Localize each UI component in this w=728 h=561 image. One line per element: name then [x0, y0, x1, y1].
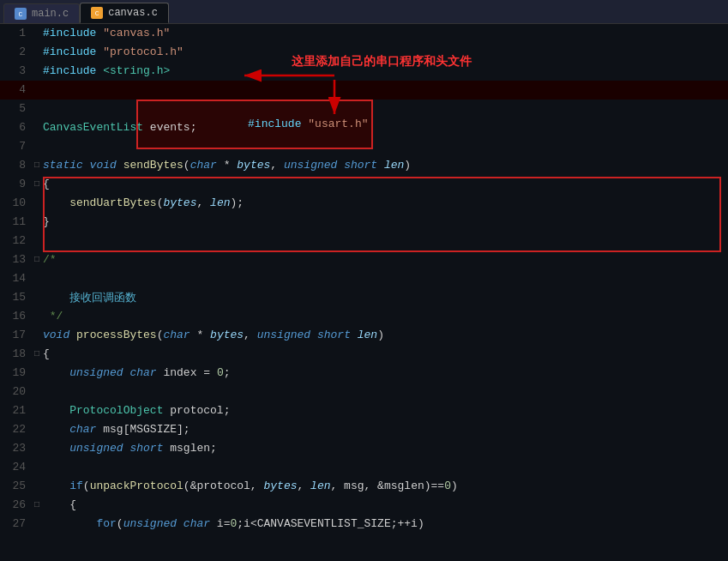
code-25: if(unpackProtocol(&protocol, bytes, len,…: [43, 477, 728, 496]
cc-27: [31, 515, 43, 534]
ln-26: 26: [0, 496, 31, 515]
code-16: */: [43, 307, 728, 326]
cc-5: [31, 100, 43, 118]
cc-11: [31, 213, 43, 232]
ln-1: 1: [0, 24, 31, 43]
line-9: 9 □ {: [0, 175, 728, 194]
ln-13: 13: [0, 250, 31, 269]
cc-17: [31, 326, 43, 345]
ln-20: 20: [0, 383, 31, 401]
line-6: 6 CanvasEventList events;: [0, 118, 728, 137]
code-20: [43, 383, 728, 401]
tab-main-c[interactable]: C main.c: [3, 3, 80, 23]
ln-10: 10: [0, 194, 31, 213]
code-21: ProtocolObject protocol;: [43, 401, 728, 420]
code-4: #include "usart.h": [43, 81, 728, 100]
line-10: 10 sendUartBytes(bytes, len);: [0, 194, 728, 213]
cc-21: [31, 401, 43, 420]
code-15: 接收回调函数: [43, 288, 728, 307]
code-10: sendUartBytes(bytes, len);: [43, 194, 728, 213]
code-7: [43, 137, 728, 156]
ln-19: 19: [0, 364, 31, 383]
cc-9[interactable]: □: [31, 175, 43, 194]
tab-canvas-c[interactable]: C canvas.c: [80, 3, 169, 23]
cc-15: [31, 288, 43, 307]
line-14: 14: [0, 269, 728, 288]
cc-8[interactable]: □: [31, 156, 43, 175]
ln-9: 9: [0, 175, 31, 194]
line-5: 5: [0, 100, 728, 118]
ln-2: 2: [0, 43, 31, 62]
ln-17: 17: [0, 326, 31, 345]
ln-23: 23: [0, 439, 31, 458]
line-25: 25 if(unpackProtocol(&protocol, bytes, l…: [0, 477, 728, 496]
code-22: char msg[MSGSIZE];: [43, 420, 728, 439]
ln-15: 15: [0, 288, 31, 307]
ln-22: 22: [0, 420, 31, 439]
cc-2: [31, 43, 43, 62]
cc-24: [31, 458, 43, 477]
tab-label-canvas: canvas.c: [108, 7, 158, 19]
cc-4: [31, 81, 43, 100]
code-11: }: [43, 213, 728, 232]
ln-3: 3: [0, 62, 31, 81]
cc-20: [31, 383, 43, 401]
code-23: unsigned short msglen;: [43, 439, 728, 458]
ln-21: 21: [0, 401, 31, 420]
line-11: 11 }: [0, 213, 728, 232]
code-14: [43, 269, 728, 288]
cc-23: [31, 439, 43, 458]
tab-icon-canvas: C: [91, 7, 103, 19]
line-19: 19 unsigned char index = 0;: [0, 364, 728, 383]
line-3: 3 #include <string.h>: [0, 62, 728, 81]
ln-14: 14: [0, 269, 31, 288]
code-5: [43, 100, 728, 118]
code-8: static void sendBytes(char * bytes, unsi…: [43, 156, 728, 175]
tab-bar: C main.c C canvas.c: [0, 0, 728, 24]
code-13: /*: [43, 250, 728, 269]
line-7: 7: [0, 137, 728, 156]
cc-18[interactable]: □: [31, 345, 43, 364]
ln-6: 6: [0, 118, 31, 137]
cc-1: [31, 24, 43, 43]
code-12: [43, 232, 728, 250]
ln-11: 11: [0, 213, 31, 232]
line-22: 22 char msg[MSGSIZE];: [0, 420, 728, 439]
line-17: 17 void processBytes(char * bytes, unsig…: [0, 326, 728, 345]
ln-25: 25: [0, 477, 31, 496]
cc-10: [31, 194, 43, 213]
ln-8: 8: [0, 156, 31, 175]
cc-6: [31, 118, 43, 137]
cc-26[interactable]: □: [31, 496, 43, 515]
code-18: {: [43, 345, 728, 364]
cc-16: [31, 307, 43, 326]
ln-18: 18: [0, 345, 31, 364]
code-6: CanvasEventList events;: [43, 118, 728, 137]
line-20: 20: [0, 383, 728, 401]
cc-12: [31, 232, 43, 250]
code-area: 这里添加自己的串口程序和头文件 1 #include "canvas.h" 2: [0, 24, 728, 561]
line-27: 27 for(unsigned char i=0;i<CANVASEVENTLI…: [0, 515, 728, 534]
code-2: #include "protocol.h": [43, 43, 728, 62]
code-26: {: [43, 496, 728, 515]
line-15: 15 接收回调函数: [0, 288, 728, 307]
line-8: 8 □ static void sendBytes(char * bytes, …: [0, 156, 728, 175]
cc-22: [31, 420, 43, 439]
code-9: {: [43, 175, 728, 194]
code-17: void processBytes(char * bytes, unsigned…: [43, 326, 728, 345]
ln-7: 7: [0, 137, 31, 156]
line-2: 2 #include "protocol.h": [0, 43, 728, 62]
code-24: [43, 458, 728, 477]
cc-13[interactable]: □: [31, 250, 43, 269]
ln-27: 27: [0, 515, 31, 534]
code-3: #include <string.h>: [43, 62, 728, 81]
ln-12: 12: [0, 232, 31, 250]
line-1: 1 #include "canvas.h": [0, 24, 728, 43]
ln-24: 24: [0, 458, 31, 477]
line-18: 18 □ {: [0, 345, 728, 364]
cc-19: [31, 364, 43, 383]
line-4: 4 #include "usart.h": [0, 81, 728, 100]
editor: C main.c C canvas.c: [0, 0, 728, 561]
line-24: 24: [0, 458, 728, 477]
cc-7: [31, 137, 43, 156]
